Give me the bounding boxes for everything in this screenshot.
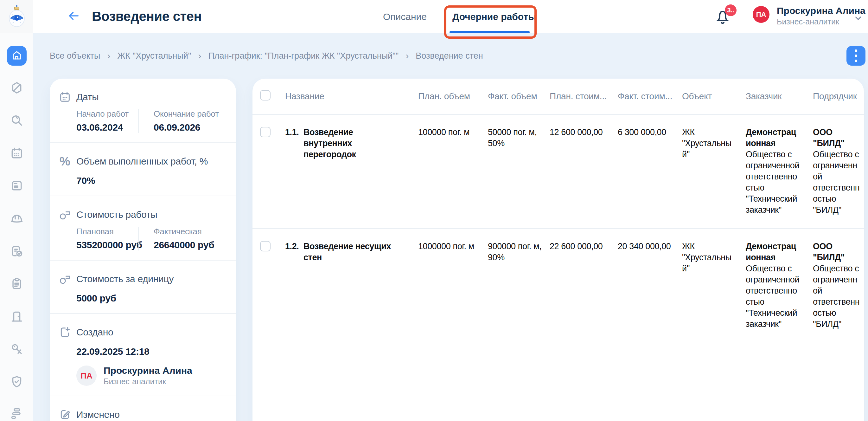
sidebar-item-calendar[interactable] [7, 144, 27, 163]
unit-cost-icon [58, 272, 72, 286]
user-role: Бизнес-аналитик [777, 17, 865, 26]
sidebar-item-restricted[interactable] [7, 79, 27, 98]
percent-icon: % [58, 154, 72, 168]
progress-value: 70% [76, 175, 225, 186]
active-tab-underline [450, 31, 530, 33]
child-works-table: Название План. объем Факт. объем План. с… [252, 79, 864, 421]
card-icon [10, 179, 24, 194]
sidebar-item-card[interactable] [7, 177, 27, 196]
divider [138, 227, 139, 250]
sidebar-item-gantt[interactable] [7, 405, 27, 421]
search-icon [10, 114, 24, 129]
kebab-menu-icon [855, 50, 857, 62]
customer-cell: Демонстрационная Общество с ограниченной… [746, 241, 813, 330]
column-header-contractor[interactable]: Подрядчик [813, 91, 864, 103]
dates-section: Даты Начало работ 03.06.2024 Окончание р… [50, 79, 236, 143]
column-header-object[interactable]: Объект [682, 91, 746, 103]
sidebar-item-tasks[interactable] [7, 274, 27, 294]
tab-description[interactable]: Описание [383, 11, 427, 22]
sidebar-item-rooms[interactable] [7, 307, 27, 327]
column-header-customer[interactable]: Заказчик [746, 91, 813, 103]
plan-volume-cell: 1000000 пог. м [418, 241, 488, 330]
column-header-name[interactable]: Название [285, 91, 418, 103]
modified-label: Изменено [76, 409, 120, 420]
work-start-value: 03.06.2024 [76, 122, 138, 133]
cost-label: Стоимость работы [76, 209, 157, 220]
object-cell: ЖК "Хрустальный" [682, 241, 746, 330]
customer-cell: Демонстрационная Общество с ограниченной… [746, 127, 813, 216]
sidebar-item-reports[interactable] [7, 242, 27, 262]
column-header-plan-volume[interactable]: План. объем [418, 91, 488, 103]
created-label: Создано [76, 327, 113, 338]
app-header: Возведение стен Описание Дочерние работы… [0, 0, 868, 33]
breadcrumb: Все объекты › ЖК "Хрустальный" › План-гр… [50, 48, 483, 64]
app-logo[interactable] [0, 0, 33, 33]
dates-label: Даты [76, 92, 98, 102]
breadcrumb-separator: › [198, 51, 201, 61]
clipboard-icon [10, 277, 24, 292]
avatar: ПА [76, 365, 97, 386]
breadcrumb-separator: › [107, 51, 110, 61]
progress-section: % Объем выполненных работ, % 70% [50, 143, 236, 196]
modified-section: Изменено 05.11.2025 15:06 [50, 396, 236, 421]
table-header-row: Название План. объем Факт. объем План. с… [252, 79, 864, 115]
shield-check-icon [10, 375, 24, 390]
row-checkbox[interactable] [260, 241, 271, 251]
bell-icon [713, 21, 732, 26]
sidebar-item-search[interactable] [7, 111, 27, 131]
eye-bauble-logo-icon [8, 5, 25, 29]
created-section: Создано 22.09.2025 12:18 ПА Проскурина А… [50, 314, 236, 396]
home-icon [11, 50, 23, 62]
gantt-icon [10, 408, 24, 421]
chevron-down-icon[interactable] [853, 13, 864, 24]
work-name-cell[interactable]: 1.2. Возведение несущих стен [285, 241, 418, 330]
select-all-checkbox[interactable] [260, 90, 271, 100]
door-icon [10, 309, 24, 325]
notifications-button[interactable]: 3.. [713, 7, 736, 29]
calendar-icon [58, 90, 72, 104]
user-name: Проскурина Алина [777, 5, 865, 16]
column-header-fact-cost[interactable]: Факт. стоим... [618, 91, 682, 103]
sidebar-item-home[interactable] [7, 46, 27, 66]
arrow-left-icon [66, 9, 81, 24]
cost-icon [58, 208, 72, 221]
unit-cost-value: 5000 руб [76, 293, 225, 304]
table-row: 1.1. Возведение внутренних перегородок 1… [252, 115, 864, 229]
plan-volume-cell: 100000 пог. м [418, 127, 488, 216]
sidebar-item-construction[interactable] [7, 209, 27, 229]
breadcrumb-item-current: Возведение стен [415, 51, 483, 61]
fact-volume-cell: 900000 пог. м, 90% [488, 241, 550, 330]
edited-icon [58, 408, 72, 421]
document-check-icon [10, 244, 24, 259]
more-actions-button[interactable] [846, 46, 865, 66]
created-user-role: Бизнес-аналитик [103, 377, 192, 386]
tab-child-works[interactable]: Дочерние работы [453, 11, 536, 22]
work-name-cell[interactable]: 1.1. Возведение внутренних перегородок [285, 127, 418, 216]
cost-plan-value: 535200000 руб [76, 240, 138, 250]
user-menu[interactable]: Проскурина Алина Бизнес-аналитик [777, 5, 865, 26]
created-user-name: Проскурина Алина [103, 365, 192, 376]
user-avatar[interactable]: ПА [753, 6, 770, 23]
breadcrumb-item-project[interactable]: ЖК "Хрустальный" [117, 51, 191, 61]
object-cell: ЖК "Хрустальный" [682, 127, 746, 216]
created-user: ПА Проскурина Алина Бизнес-аналитик [76, 365, 225, 386]
created-datetime: 22.09.2025 12:18 [76, 346, 225, 357]
breadcrumb-item-all-objects[interactable]: Все объекты [50, 51, 100, 61]
sidebar-item-security[interactable] [7, 372, 27, 392]
work-end-value: 06.09.2026 [154, 122, 219, 133]
breadcrumb-item-schedule[interactable]: План-график: "План-график ЖК "Хрустальны… [208, 51, 399, 61]
breadcrumb-separator: › [405, 51, 409, 61]
sidebar-item-access[interactable] [7, 340, 27, 360]
cost-plan-label: Плановая [76, 227, 138, 237]
created-icon [58, 325, 72, 339]
unit-cost-section: Стоимость за единицу 5000 руб [50, 261, 236, 314]
column-header-plan-cost[interactable]: План. стоим... [550, 91, 618, 103]
column-header-fact-volume[interactable]: Факт. объем [488, 91, 550, 103]
contractor-cell: ООО "БИЛД" Общество с ограниченной ответ… [813, 241, 864, 330]
details-panel: Даты Начало работ 03.06.2024 Окончание р… [50, 79, 236, 421]
back-button[interactable] [65, 8, 83, 25]
key-icon [10, 342, 24, 357]
row-checkbox[interactable] [260, 127, 271, 137]
contractor-cell: ООО "БИЛД" Общество с ограниченной ответ… [813, 127, 864, 216]
page-title: Возведение стен [92, 9, 202, 24]
